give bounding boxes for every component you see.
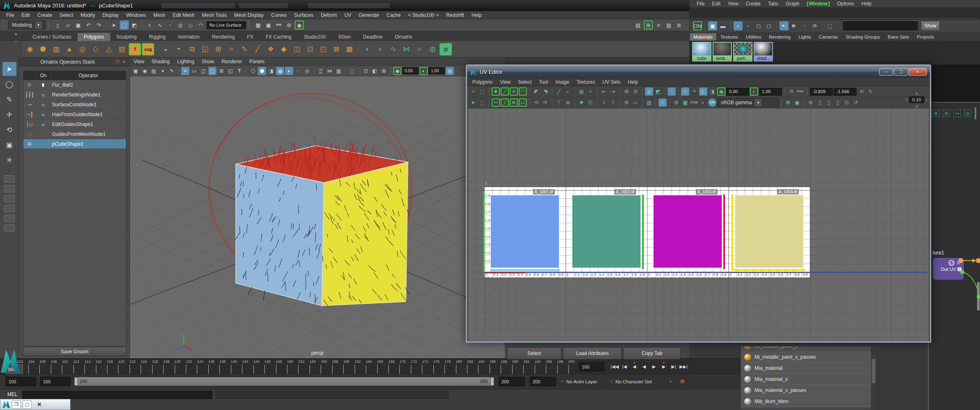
flip-shell-icon[interactable]: ◠ bbox=[519, 87, 527, 96]
viewport-gamma-field[interactable]: 1.00 bbox=[428, 67, 445, 74]
shelf-tab-studio100[interactable]: Studio100 bbox=[298, 33, 332, 41]
mirror-icon[interactable]: ◫ bbox=[291, 43, 303, 55]
hs-menu-edit[interactable]: Edit bbox=[708, 0, 724, 7]
straighten-uv-icon[interactable]: ╱ bbox=[555, 87, 563, 96]
pixel-snap-icon[interactable]: ↷ bbox=[690, 87, 698, 96]
hs-menu-help[interactable]: Help bbox=[858, 0, 875, 7]
shade-selected-icon[interactable]: ◧ bbox=[699, 87, 707, 96]
poly-sphere-icon[interactable]: ◉ bbox=[24, 43, 36, 55]
poly-plane-icon[interactable]: ◇ bbox=[89, 43, 102, 55]
udim-tile-a-1003-tif[interactable] bbox=[653, 195, 722, 268]
menu-redshift[interactable]: Redshift bbox=[442, 11, 468, 19]
align-u-max-icon[interactable]: ⇥ bbox=[609, 87, 617, 96]
poly-torus-icon[interactable]: ◎ bbox=[76, 43, 89, 55]
pin-node-icon[interactable]: ◎ bbox=[964, 110, 971, 117]
unfold-uv-icon[interactable]: ▭ bbox=[519, 98, 527, 107]
uv-texture-editor-icon[interactable]: ◧ bbox=[371, 67, 379, 75]
sew-uv-icon[interactable]: ╱ bbox=[501, 98, 509, 107]
select-by-hierarchy-icon[interactable]: ➤ bbox=[109, 21, 119, 30]
menu-uv[interactable]: UV bbox=[341, 11, 355, 19]
anim-layer-dropdown[interactable]: ▽ No Anim Layer bbox=[561, 377, 597, 386]
select-shell-icon[interactable]: ⬚ bbox=[478, 98, 486, 107]
uv-menu-textures[interactable]: Textures bbox=[573, 78, 599, 86]
refresh-uv-icon[interactable]: ↻ bbox=[866, 87, 875, 96]
uv-v-coordinate-field[interactable]: -1.666 bbox=[834, 88, 857, 96]
shelf-tab-xgen[interactable]: XGen bbox=[332, 33, 357, 41]
bridge-icon[interactable]: ◰ bbox=[317, 43, 329, 55]
menu-windows[interactable]: Windows bbox=[122, 11, 150, 19]
move-tool[interactable]: ✛ bbox=[2, 108, 16, 121]
open-scene-icon[interactable]: ▱ bbox=[64, 21, 73, 30]
menu-cache[interactable]: Cache bbox=[383, 11, 404, 19]
auto-keyframe-icon[interactable]: ◔ bbox=[666, 377, 674, 385]
shade-uvs-icon[interactable]: ▨ bbox=[645, 98, 653, 107]
operator-on-toggle[interactable]: ☼ bbox=[36, 122, 50, 127]
hypershade-tab-lights[interactable]: Lights bbox=[795, 33, 815, 41]
panel-menu-view[interactable]: View bbox=[130, 57, 148, 65]
poly-cylinder-icon[interactable]: ▥ bbox=[50, 43, 62, 55]
uv-menu-uv-sets[interactable]: UV Sets bbox=[599, 78, 624, 86]
hs-menu-options[interactable]: Options bbox=[833, 0, 857, 7]
poly-pyramid-icon[interactable]: △ bbox=[103, 43, 115, 55]
exposure-toggle-icon[interactable]: ◉ bbox=[393, 67, 401, 75]
menu-mesh[interactable]: Mesh bbox=[150, 11, 169, 19]
load-attributes-button[interactable]: Load Attributes bbox=[563, 347, 622, 360]
spread-icon[interactable]: ❖ bbox=[264, 43, 277, 55]
hs-menu-create[interactable]: Create bbox=[742, 0, 764, 7]
playback-start-field[interactable]: 100 bbox=[40, 377, 71, 386]
udim-tile-a-1002-tif[interactable] bbox=[572, 195, 641, 268]
new-scene-icon[interactable]: ▯ bbox=[53, 21, 62, 30]
copy-uv-icon[interactable]: ⧉ bbox=[807, 98, 815, 107]
shelf-hide-icon[interactable]: ─ bbox=[14, 39, 17, 44]
uv-u-coordinate-field[interactable]: -0.809 bbox=[810, 88, 833, 96]
close-panel-icon[interactable]: ✕ bbox=[121, 59, 127, 65]
svg-tool-icon[interactable]: svg bbox=[142, 43, 154, 55]
gate-mask-icon[interactable]: ▢ bbox=[208, 67, 217, 75]
hypershade-tab-rendering[interactable]: Rendering bbox=[765, 33, 795, 41]
center-pivot-icon[interactable]: ⊡ bbox=[304, 43, 316, 55]
shadows-icon[interactable]: ◐ bbox=[285, 67, 293, 75]
menu-file[interactable]: File bbox=[2, 11, 18, 19]
multi-cut-icon[interactable]: ✎ bbox=[238, 43, 251, 55]
checker-map-icon[interactable]: ▦ bbox=[681, 98, 689, 107]
flip-v-icon[interactable]: ◥ bbox=[541, 87, 549, 96]
uv-contrast-field[interactable]: 1.00 bbox=[759, 88, 782, 96]
material-item-mi-metallic-paint-x[interactable]: Mi_metallic_paint_x bbox=[741, 346, 876, 352]
play-backwards-button[interactable]: ◀ bbox=[640, 361, 649, 372]
material-item-mia-material[interactable]: Mia_material bbox=[741, 363, 876, 374]
operator-on-toggle[interactable]: ☼ bbox=[36, 112, 50, 117]
tile-grid-icon[interactable]: ⊞ bbox=[659, 98, 667, 107]
select-button[interactable]: Select bbox=[507, 347, 561, 360]
unpin-uv-icon[interactable]: ⊕ bbox=[564, 98, 572, 107]
menu-deform[interactable]: Deform bbox=[317, 11, 340, 19]
combine-icon[interactable]: ⧉ bbox=[186, 43, 198, 55]
uv-close-button[interactable]: ✕ bbox=[909, 68, 927, 76]
small-swatch-icon[interactable]: ▫ bbox=[734, 21, 743, 30]
poly-text-icon[interactable]: T bbox=[129, 43, 141, 55]
hs-menu-file[interactable]: File bbox=[693, 0, 708, 7]
menu-select[interactable]: Select bbox=[56, 11, 77, 19]
twist-deformer-icon[interactable]: ◗ bbox=[374, 43, 386, 55]
scrollbar[interactable] bbox=[871, 346, 876, 410]
uv-view-icon[interactable]: ▣ bbox=[793, 98, 801, 107]
psd-network-icon[interactable]: PSD bbox=[796, 87, 805, 96]
go-to-start-button[interactable]: |◀◀ bbox=[610, 361, 619, 372]
plugin-panel-icon[interactable]: ⊡ bbox=[362, 67, 370, 75]
uv-smudge-tool-icon[interactable]: ⬚ bbox=[478, 87, 486, 96]
render-swatch-icon[interactable]: ▣ bbox=[708, 21, 717, 30]
shelf-tab-polygons[interactable]: Polygons bbox=[77, 33, 110, 41]
range-end-handle[interactable] bbox=[490, 377, 494, 386]
paste-u-icon[interactable]: ▯ bbox=[825, 98, 833, 107]
menu-generate[interactable]: Generate bbox=[355, 11, 383, 19]
rgb-channels-icon[interactable]: RGB bbox=[690, 98, 698, 107]
menu-set-selector[interactable]: Modeling ▼ bbox=[8, 21, 46, 30]
current-time-field[interactable]: 100 bbox=[579, 362, 604, 371]
character-set-dropdown[interactable]: ▽ No Character Set bbox=[610, 377, 652, 386]
create-node-icon[interactable]: ⊞ bbox=[932, 110, 939, 117]
panel-menu-renderer[interactable]: Renderer bbox=[218, 57, 246, 65]
scrollbar-thumb[interactable] bbox=[872, 359, 875, 383]
exposure-ghost-icon[interactable]: ▧ bbox=[335, 67, 343, 75]
render-view-icon[interactable]: ▦ bbox=[254, 21, 263, 30]
menu-mesh-tools[interactable]: Mesh Tools bbox=[198, 11, 230, 19]
restore-window-button[interactable]: ❐ bbox=[12, 401, 21, 409]
